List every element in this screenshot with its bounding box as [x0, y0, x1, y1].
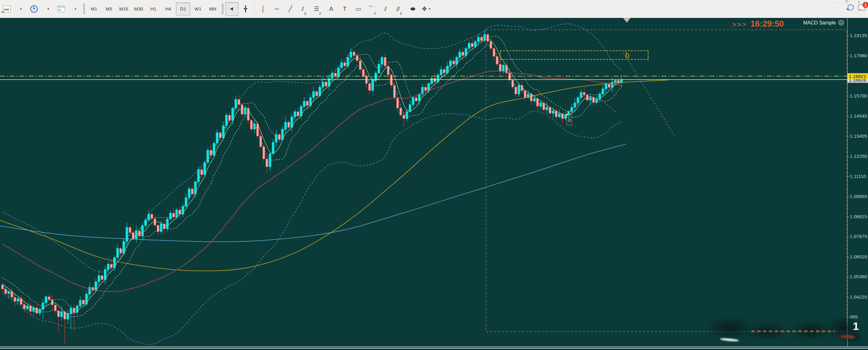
bear-candle: [266, 159, 268, 167]
timeframe-button-d1[interactable]: D1: [176, 2, 190, 16]
bear-candle: [400, 108, 402, 115]
bull-candle: [580, 92, 582, 97]
timeframe-button-m5[interactable]: M5: [102, 2, 116, 16]
bear-candle: [462, 52, 464, 55]
equidistant-channel-tool-button[interactable]: ⫽E: [298, 2, 310, 16]
bull-candle: [614, 81, 616, 82]
bull-candle: [185, 198, 187, 206]
bear-candle: [5, 289, 7, 294]
annotation-b-label[interactable]: b: [625, 51, 629, 60]
text-tool-button[interactable]: A: [325, 2, 338, 16]
indicators-dropdown[interactable]: ▼: [68, 2, 81, 16]
horizontal-line-tool-button[interactable]: ─: [270, 2, 283, 16]
price-chart[interactable]: [0, 18, 847, 347]
axis-price-label: 1.09955: [850, 194, 867, 199]
bull-candle: [596, 99, 598, 103]
trendline-tool-button[interactable]: ╱: [284, 2, 297, 16]
chart-shift-marker-icon[interactable]: [623, 18, 630, 23]
new-order-dropdown[interactable]: ▼: [14, 2, 27, 16]
bull-candle: [589, 97, 592, 100]
time-arrows: >>>: [732, 21, 747, 28]
fibonacci-arc-tool-button[interactable]: ⌒F: [366, 2, 378, 16]
axis-tick: [847, 317, 849, 317]
text-label-tool-button[interactable]: T: [338, 2, 351, 16]
axis-tick: [847, 116, 849, 116]
projection-trendline[interactable]: [623, 53, 674, 135]
window-controls[interactable]: – ❐ ✕: [834, 0, 865, 4]
annotation-a-label-box[interactable]: a: [566, 115, 572, 125]
search-icon[interactable]: [847, 4, 854, 10]
axis-tick: [847, 156, 849, 156]
new-order-button[interactable]: +: [0, 2, 13, 16]
bear-candle: [471, 43, 473, 47]
bull-candle: [160, 224, 162, 232]
annotation-a-label: a: [567, 116, 571, 123]
bull-candle: [477, 37, 479, 41]
timeframe-button-m1[interactable]: M1: [87, 2, 101, 16]
ma-slow-gold: [0, 80, 668, 271]
channel-tool-button[interactable]: ⫽: [379, 2, 392, 16]
fibonacci-retracement-tool-button[interactable]: ☰F: [311, 2, 324, 16]
bear-candle: [353, 52, 355, 55]
vertical-line-tool-button[interactable]: │: [257, 2, 270, 16]
toolbar-drag-handle[interactable]: [83, 3, 85, 14]
bear-candle: [228, 115, 231, 120]
chart-canvas[interactable]: [0, 18, 847, 347]
bear-candle: [393, 85, 396, 98]
chevron-down-icon: ▼: [428, 7, 431, 10]
fibonacci-fan-tool-button[interactable]: ⫻F: [393, 2, 406, 16]
selection-rectangle[interactable]: [486, 30, 847, 332]
ellipse-tool-button[interactable]: ⬬: [406, 2, 419, 16]
bear-candle: [210, 150, 212, 155]
bull-candle: [340, 62, 343, 68]
chevron-down-icon: ▼: [74, 7, 77, 10]
bull-candle: [145, 220, 147, 226]
bear-candle: [359, 61, 361, 69]
ellipse-icon: ⬬: [410, 6, 415, 12]
bull-candle: [166, 219, 168, 229]
price-axis[interactable]: 1.16821 1.16626 1.191351.179801.157001.1…: [847, 18, 868, 347]
timeframe-toolbar: M1M5M15M30H1H4D1W1MN: [87, 0, 220, 18]
timeframe-button-w1[interactable]: W1: [191, 2, 205, 16]
bear-candle: [173, 213, 175, 217]
bull-candle: [558, 114, 560, 117]
axis-tick: [847, 236, 849, 237]
bull-candle: [176, 210, 178, 217]
rectangle-tool-button[interactable]: ▭: [352, 2, 365, 16]
timeframe-button-mn[interactable]: MN: [206, 2, 220, 16]
arrows-tool-button[interactable]: ✥▼: [420, 2, 433, 16]
notification-badge: 1: [862, 2, 868, 8]
bear-candle: [425, 87, 427, 90]
chart-window-button[interactable]: [28, 2, 40, 16]
bear-candle: [396, 97, 399, 108]
bull-candle: [303, 101, 305, 107]
cursor-tool-button[interactable]: ➤: [225, 2, 239, 16]
bear-candle: [499, 64, 501, 71]
indicators-button[interactable]: [55, 2, 68, 16]
line-studies-toolbar: │─╱⫽E☰FAT▭⌒F⫽⫻F⬬✥▼: [256, 0, 433, 18]
toolbar-drag-handle[interactable]: [222, 3, 224, 14]
axis-price-label: 1.12250: [850, 153, 867, 159]
bull-candle: [331, 73, 333, 78]
bear-candle: [179, 210, 181, 214]
crosshair-tool-button[interactable]: ╋: [239, 2, 252, 16]
toolbar-right-icons: 1: [847, 4, 866, 10]
timeframe-button-m30[interactable]: M30: [131, 2, 146, 16]
short-dashed-trendline[interactable]: [599, 98, 616, 112]
pointer-tool-group: ➤╋: [225, 0, 252, 18]
bull-candle: [574, 103, 576, 107]
chart-window-dropdown[interactable]: ▼: [41, 2, 54, 16]
indicators-icon: [58, 6, 65, 12]
bear-candle: [508, 73, 510, 80]
chat-bubble-icon[interactable]: 1: [858, 4, 866, 10]
bear-candle: [306, 101, 308, 106]
timeframe-button-h1[interactable]: H1: [146, 2, 160, 16]
bull-candle: [126, 228, 128, 241]
timeframe-button-h4[interactable]: H4: [161, 2, 175, 16]
bear-candle: [496, 56, 498, 64]
bull-candle: [552, 111, 554, 114]
timeframe-button-m15[interactable]: M15: [117, 2, 131, 16]
bull-candle: [269, 154, 271, 167]
bull-candle: [605, 84, 607, 89]
bull-candle: [207, 150, 209, 163]
